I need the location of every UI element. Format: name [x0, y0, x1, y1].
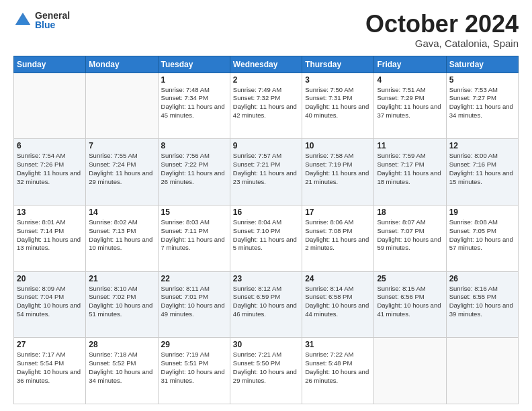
calendar-cell: 23Sunrise: 8:12 AM Sunset: 6:59 PM Dayli…	[230, 271, 302, 338]
calendar-table: SundayMondayTuesdayWednesdayThursdayFrid…	[13, 56, 519, 404]
calendar-cell: 25Sunrise: 8:15 AM Sunset: 6:56 PM Dayli…	[374, 271, 446, 338]
day-number: 27	[17, 340, 83, 349]
page: General Blue October 2024 Gava, Cataloni…	[0, 0, 532, 411]
calendar-cell: 11Sunrise: 7:59 AM Sunset: 7:17 PM Dayli…	[374, 139, 446, 205]
day-number: 2	[233, 75, 299, 85]
day-detail: Sunrise: 8:08 AM Sunset: 7:05 PM Dayligh…	[449, 218, 515, 253]
day-number: 9	[233, 141, 299, 150]
calendar-cell	[86, 73, 158, 139]
calendar-cell: 12Sunrise: 8:00 AM Sunset: 7:16 PM Dayli…	[446, 139, 518, 205]
day-detail: Sunrise: 7:50 AM Sunset: 7:31 PM Dayligh…	[305, 86, 371, 120]
calendar-cell: 24Sunrise: 8:14 AM Sunset: 6:58 PM Dayli…	[302, 271, 374, 338]
calendar-cell: 10Sunrise: 7:58 AM Sunset: 7:19 PM Dayli…	[302, 139, 374, 205]
day-number: 22	[161, 274, 227, 283]
day-detail: Sunrise: 8:10 AM Sunset: 7:02 PM Dayligh…	[89, 285, 154, 319]
week-row-4: 20Sunrise: 8:09 AM Sunset: 7:04 PM Dayli…	[14, 271, 519, 338]
day-number: 31	[305, 340, 371, 349]
day-number: 11	[377, 141, 443, 150]
logo-general-text: General	[35, 11, 70, 20]
day-number: 18	[377, 208, 443, 217]
day-detail: Sunrise: 7:56 AM Sunset: 7:22 PM Dayligh…	[161, 152, 227, 186]
logo-icon	[13, 11, 32, 30]
day-number: 10	[305, 141, 371, 150]
calendar-cell: 28Sunrise: 7:18 AM Sunset: 5:52 PM Dayli…	[86, 338, 158, 404]
day-detail: Sunrise: 8:00 AM Sunset: 7:16 PM Dayligh…	[449, 152, 515, 186]
calendar-cell: 3Sunrise: 7:50 AM Sunset: 7:31 PM Daylig…	[302, 73, 374, 139]
weekday-header-monday: Monday	[86, 56, 158, 73]
calendar-cell: 31Sunrise: 7:22 AM Sunset: 5:48 PM Dayli…	[302, 338, 374, 404]
day-detail: Sunrise: 8:09 AM Sunset: 7:04 PM Dayligh…	[17, 285, 83, 319]
day-detail: Sunrise: 7:19 AM Sunset: 5:51 PM Dayligh…	[161, 351, 227, 385]
weekday-header-tuesday: Tuesday	[158, 56, 230, 73]
day-detail: Sunrise: 7:55 AM Sunset: 7:24 PM Dayligh…	[89, 152, 154, 186]
week-row-3: 13Sunrise: 8:01 AM Sunset: 7:14 PM Dayli…	[14, 205, 519, 271]
calendar-cell: 13Sunrise: 8:01 AM Sunset: 7:14 PM Dayli…	[14, 205, 86, 271]
day-detail: Sunrise: 7:53 AM Sunset: 7:27 PM Dayligh…	[449, 86, 515, 120]
day-number: 15	[161, 208, 227, 217]
day-number: 19	[449, 208, 515, 217]
calendar-cell: 16Sunrise: 8:04 AM Sunset: 7:10 PM Dayli…	[230, 205, 302, 271]
day-number: 14	[89, 208, 154, 217]
calendar-cell	[374, 338, 446, 404]
day-detail: Sunrise: 8:01 AM Sunset: 7:14 PM Dayligh…	[17, 218, 83, 253]
day-detail: Sunrise: 7:49 AM Sunset: 7:32 PM Dayligh…	[233, 86, 299, 120]
calendar-cell: 7Sunrise: 7:55 AM Sunset: 7:24 PM Daylig…	[86, 139, 158, 205]
calendar-cell: 17Sunrise: 8:06 AM Sunset: 7:08 PM Dayli…	[302, 205, 374, 271]
day-number: 6	[17, 141, 83, 150]
calendar-cell: 15Sunrise: 8:03 AM Sunset: 7:11 PM Dayli…	[158, 205, 230, 271]
title-block: October 2024 Gava, Catalonia, Spain	[365, 11, 519, 49]
calendar-body: 1Sunrise: 7:48 AM Sunset: 7:34 PM Daylig…	[14, 73, 519, 404]
day-number: 21	[89, 274, 154, 283]
header: General Blue October 2024 Gava, Cataloni…	[13, 11, 519, 49]
calendar-cell: 1Sunrise: 7:48 AM Sunset: 7:34 PM Daylig…	[158, 73, 230, 139]
day-detail: Sunrise: 8:03 AM Sunset: 7:11 PM Dayligh…	[161, 218, 227, 253]
weekday-header-saturday: Saturday	[446, 56, 518, 73]
day-number: 25	[377, 274, 443, 283]
logo: General Blue	[13, 11, 70, 30]
calendar-cell: 6Sunrise: 7:54 AM Sunset: 7:26 PM Daylig…	[14, 139, 86, 205]
calendar-cell: 18Sunrise: 8:07 AM Sunset: 7:07 PM Dayli…	[374, 205, 446, 271]
day-number: 8	[161, 141, 227, 150]
day-number: 26	[449, 274, 515, 283]
day-detail: Sunrise: 7:59 AM Sunset: 7:17 PM Dayligh…	[377, 152, 443, 186]
day-detail: Sunrise: 7:22 AM Sunset: 5:48 PM Dayligh…	[305, 351, 371, 385]
day-number: 1	[161, 75, 227, 85]
day-detail: Sunrise: 8:02 AM Sunset: 7:13 PM Dayligh…	[89, 218, 154, 253]
calendar-cell: 22Sunrise: 8:11 AM Sunset: 7:01 PM Dayli…	[158, 271, 230, 338]
day-detail: Sunrise: 7:51 AM Sunset: 7:29 PM Dayligh…	[377, 86, 443, 120]
day-number: 16	[233, 208, 299, 217]
day-detail: Sunrise: 7:18 AM Sunset: 5:52 PM Dayligh…	[89, 351, 154, 385]
calendar-cell: 29Sunrise: 7:19 AM Sunset: 5:51 PM Dayli…	[158, 338, 230, 404]
calendar-cell: 2Sunrise: 7:49 AM Sunset: 7:32 PM Daylig…	[230, 73, 302, 139]
day-detail: Sunrise: 8:14 AM Sunset: 6:58 PM Dayligh…	[305, 285, 371, 319]
logo-text: General Blue	[35, 11, 70, 30]
day-number: 30	[233, 340, 299, 349]
day-detail: Sunrise: 7:48 AM Sunset: 7:34 PM Dayligh…	[161, 86, 227, 120]
location: Gava, Catalonia, Spain	[365, 38, 519, 49]
week-row-5: 27Sunrise: 7:17 AM Sunset: 5:54 PM Dayli…	[14, 338, 519, 404]
calendar-cell: 4Sunrise: 7:51 AM Sunset: 7:29 PM Daylig…	[374, 73, 446, 139]
day-number: 28	[89, 340, 154, 349]
calendar-cell: 21Sunrise: 8:10 AM Sunset: 7:02 PM Dayli…	[86, 271, 158, 338]
weekday-header-sunday: Sunday	[14, 56, 86, 73]
day-number: 12	[449, 141, 515, 150]
calendar-cell: 27Sunrise: 7:17 AM Sunset: 5:54 PM Dayli…	[14, 338, 86, 404]
weekday-header-friday: Friday	[374, 56, 446, 73]
weekday-header-wednesday: Wednesday	[230, 56, 302, 73]
calendar-cell	[446, 338, 518, 404]
week-row-2: 6Sunrise: 7:54 AM Sunset: 7:26 PM Daylig…	[14, 139, 519, 205]
day-detail: Sunrise: 7:54 AM Sunset: 7:26 PM Dayligh…	[17, 152, 83, 186]
day-detail: Sunrise: 7:57 AM Sunset: 7:21 PM Dayligh…	[233, 152, 299, 186]
calendar-cell: 14Sunrise: 8:02 AM Sunset: 7:13 PM Dayli…	[86, 205, 158, 271]
calendar-cell: 8Sunrise: 7:56 AM Sunset: 7:22 PM Daylig…	[158, 139, 230, 205]
day-number: 17	[305, 208, 371, 217]
day-detail: Sunrise: 8:06 AM Sunset: 7:08 PM Dayligh…	[305, 218, 371, 253]
weekday-header-thursday: Thursday	[302, 56, 374, 73]
calendar: SundayMondayTuesdayWednesdayThursdayFrid…	[13, 56, 519, 404]
calendar-cell: 19Sunrise: 8:08 AM Sunset: 7:05 PM Dayli…	[446, 205, 518, 271]
month-title: October 2024	[365, 11, 519, 38]
day-detail: Sunrise: 8:12 AM Sunset: 6:59 PM Dayligh…	[233, 285, 299, 319]
day-number: 23	[233, 274, 299, 283]
calendar-cell: 26Sunrise: 8:16 AM Sunset: 6:55 PM Dayli…	[446, 271, 518, 338]
day-detail: Sunrise: 8:07 AM Sunset: 7:07 PM Dayligh…	[377, 218, 443, 253]
